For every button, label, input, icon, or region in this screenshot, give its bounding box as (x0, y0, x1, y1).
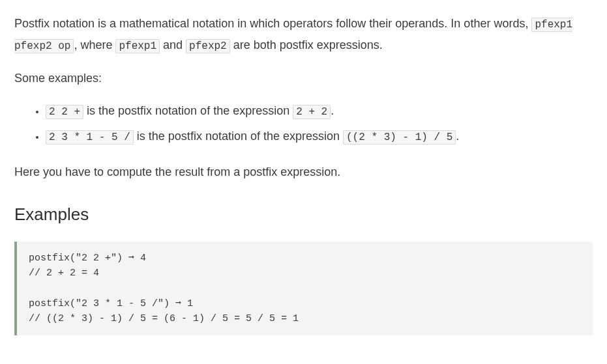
intro-code-2: pfexp1 (115, 39, 160, 53)
example-postfix-code: 2 2 + (46, 105, 83, 119)
example-tail: . (331, 104, 334, 117)
examples-heading: Examples (14, 199, 593, 230)
example-infix-code: 2 + 2 (293, 105, 331, 119)
intro-paragraph: Postfix notation is a mathematical notat… (14, 13, 593, 56)
example-infix-code: ((2 * 3) - 1) / 5 (343, 130, 456, 145)
intro-text-1: Postfix notation is a mathematical notat… (14, 17, 531, 30)
example-mid-text: is the postfix notation of the expressio… (83, 104, 293, 117)
example-postfix-code: 2 3 * 1 - 5 / (46, 130, 134, 145)
code-block: postfix("2 2 +") ➞ 4 // 2 + 2 = 4 postfi… (14, 242, 593, 335)
list-item: 2 2 + is the postfix notation of the exp… (46, 100, 593, 122)
intro-text-2: , where (74, 38, 115, 51)
intro-text-4: are both postfix expressions. (230, 38, 383, 51)
example-tail: . (456, 130, 459, 143)
list-item: 2 3 * 1 - 5 / is the postfix notation of… (46, 126, 593, 147)
example-mid-text: is the postfix notation of the expressio… (134, 130, 343, 143)
examples-list: 2 2 + is the postfix notation of the exp… (14, 100, 593, 147)
task-line: Here you have to compute the result from… (14, 161, 593, 182)
intro-text-3: and (160, 38, 186, 51)
some-examples-label: Some examples: (14, 68, 593, 89)
intro-code-3: pfexp2 (186, 39, 230, 53)
